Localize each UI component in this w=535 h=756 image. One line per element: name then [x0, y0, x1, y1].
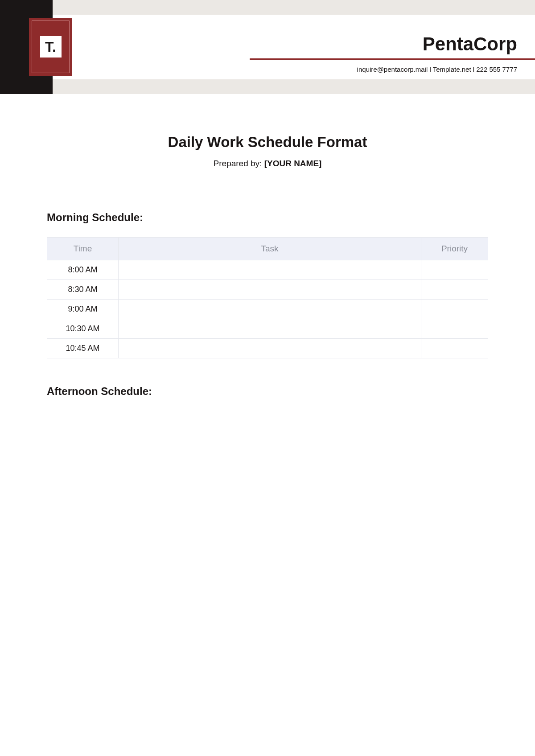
column-header-task: Task [119, 238, 421, 260]
cell-priority [421, 260, 488, 280]
cell-task [119, 280, 421, 300]
cell-priority [421, 280, 488, 300]
cell-time: 10:30 AM [47, 319, 119, 339]
main-content: Daily Work Schedule Format Prepared by: … [47, 134, 488, 411]
column-header-time: Time [47, 238, 119, 260]
header-accent-line [250, 58, 535, 60]
table-row: 8:00 AM [47, 260, 488, 280]
logo-inner-border: T. [32, 21, 70, 73]
cell-task [119, 260, 421, 280]
cell-priority [421, 319, 488, 339]
table-row: 10:45 AM [47, 339, 488, 358]
table-header-row: Time Task Priority [47, 238, 488, 260]
cell-task [119, 319, 421, 339]
contact-email: inquire@pentacorp.mail [357, 66, 428, 73]
cell-time: 9:00 AM [47, 300, 119, 319]
cell-time: 10:45 AM [47, 339, 119, 358]
cell-task [119, 339, 421, 358]
cell-time: 8:30 AM [47, 280, 119, 300]
contact-info: inquire@pentacorp.mail l Template.net l … [250, 66, 535, 73]
contact-website: Template.net [433, 66, 471, 73]
table-row: 10:30 AM [47, 319, 488, 339]
cell-priority [421, 339, 488, 358]
header-background-bottom [0, 79, 535, 94]
cell-time: 8:00 AM [47, 260, 119, 280]
company-info-block: PentaCorp inquire@pentacorp.mail l Templ… [250, 33, 535, 73]
morning-schedule-table: Time Task Priority 8:00 AM 8:30 AM 9:00 … [47, 237, 488, 358]
column-header-priority: Priority [421, 238, 488, 260]
logo-icon: T. [40, 36, 62, 58]
separator: l [471, 66, 477, 73]
afternoon-section-title: Afternoon Schedule: [47, 385, 488, 398]
separator: l [428, 66, 432, 73]
content-divider [47, 191, 488, 191]
contact-phone: 222 555 7777 [476, 66, 517, 73]
cell-task [119, 300, 421, 319]
header-background-top [0, 0, 535, 15]
company-name: PentaCorp [250, 33, 535, 55]
prepared-by-name: [YOUR NAME] [264, 159, 322, 168]
table-row: 8:30 AM [47, 280, 488, 300]
table-row: 9:00 AM [47, 300, 488, 319]
prepared-by-line: Prepared by: [YOUR NAME] [47, 159, 488, 168]
document-title: Daily Work Schedule Format [47, 134, 488, 151]
logo-container: T. [29, 18, 72, 76]
morning-section-title: Morning Schedule: [47, 211, 488, 224]
cell-priority [421, 300, 488, 319]
logo-text: T. [45, 39, 56, 55]
prepared-by-label: Prepared by: [214, 159, 264, 168]
